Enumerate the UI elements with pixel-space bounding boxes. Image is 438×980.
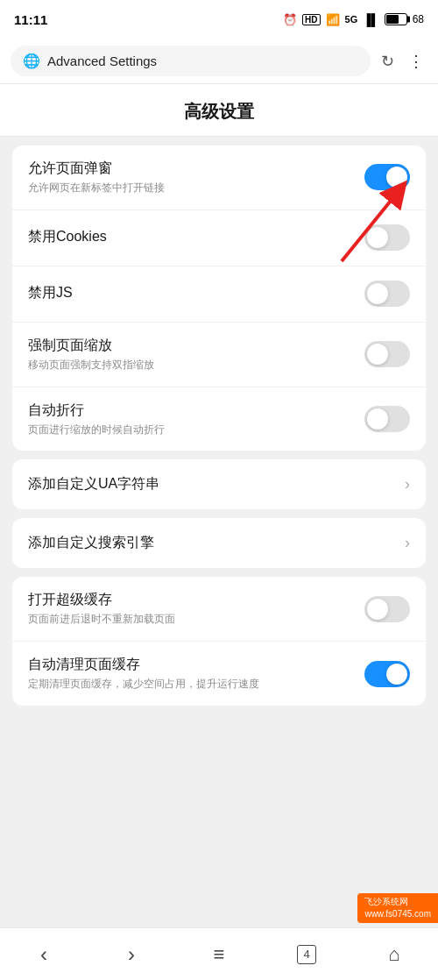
custom-ua-item[interactable]: 添加自定义UA字符串 › <box>12 459 426 509</box>
setting-item-popup: 允许页面弹窗 允许网页在新标签中打开链接 <box>12 146 426 210</box>
bottom-navigation: ‹ › ≡ 4 ⌂ <box>0 927 438 980</box>
tabs-button[interactable]: 4 <box>286 934 328 976</box>
battery-indicator <box>385 13 407 25</box>
setting-item-clearcache: 自动清理页面缓存 定期清理页面缓存，减少空间占用，提升运行速度 <box>12 642 426 706</box>
cache-subtitle: 页面前进后退时不重新加载页面 <box>28 612 354 627</box>
menu-icon: ≡ <box>214 943 225 966</box>
zoom-subtitle: 移动页面强制支持双指缩放 <box>28 358 354 373</box>
setting-item-cookies: 禁用Cookies <box>12 210 426 266</box>
settings-group-1: 允许页面弹窗 允许网页在新标签中打开链接 禁用Cookies 禁用JS <box>12 146 426 451</box>
wrap-subtitle: 页面进行缩放的时候自动折行 <box>28 423 354 437</box>
popup-subtitle: 允许网页在新标签中打开链接 <box>28 181 354 195</box>
globe-icon: 🌐 <box>23 53 40 69</box>
setting-item-zoom: 强制页面缩放 移动页面强制支持双指缩放 <box>12 323 426 387</box>
popup-text: 允许页面弹窗 允许网页在新标签中打开链接 <box>28 160 364 195</box>
back-button[interactable]: ‹ <box>23 934 65 976</box>
cookies-toggle[interactable] <box>364 224 410 251</box>
zoom-toggle[interactable] <box>364 341 410 367</box>
js-toggle[interactable] <box>364 281 410 307</box>
js-title: 禁用JS <box>28 284 354 302</box>
main-content: 允许页面弹窗 允许网页在新标签中打开链接 禁用Cookies 禁用JS <box>0 146 438 785</box>
more-button[interactable]: ⋮ <box>405 48 427 75</box>
cache-title: 打开超级缓存 <box>28 591 354 609</box>
wifi-icon: 📶 <box>326 13 340 26</box>
page-title-bar: 高级设置 <box>0 84 438 137</box>
clearcache-toggle[interactable] <box>364 661 410 687</box>
tabs-icon: 4 <box>297 945 316 964</box>
signal-5g: 5G <box>345 14 358 25</box>
setting-item-cache: 打开超级缓存 页面前进后退时不重新加载页面 <box>12 577 426 642</box>
address-bar: 🌐 Advanced Settings ↻ ⋮ <box>0 39 438 84</box>
page-title: 高级设置 <box>184 102 254 121</box>
status-time: 11:11 <box>14 12 47 27</box>
wrap-text: 自动折行 页面进行缩放的时候自动折行 <box>28 401 364 437</box>
popup-toggle[interactable] <box>364 164 410 190</box>
back-icon: ‹ <box>40 942 47 967</box>
cookies-title: 禁用Cookies <box>28 228 354 246</box>
wrap-title: 自动折行 <box>28 401 354 420</box>
custom-search-label: 添加自定义搜索引擎 <box>28 534 154 552</box>
popup-title: 允许页面弹窗 <box>28 160 354 178</box>
menu-button[interactable]: ≡ <box>198 934 240 976</box>
settings-group-2: 打开超级缓存 页面前进后退时不重新加载页面 自动清理页面缓存 定期清理页面缓存，… <box>12 577 426 706</box>
status-icons: ⏰ HD 📶 5G ▐▌ 68 <box>283 13 424 26</box>
js-text: 禁用JS <box>28 284 364 304</box>
forward-icon: › <box>128 942 135 967</box>
clearcache-text: 自动清理页面缓存 定期清理页面缓存，减少空间占用，提升运行速度 <box>28 656 364 692</box>
setting-item-wrap: 自动折行 页面进行缩放的时候自动折行 <box>12 387 426 451</box>
clearcache-subtitle: 定期清理页面缓存，减少空间占用，提升运行速度 <box>28 677 354 692</box>
chevron-right-icon-2: › <box>405 534 410 552</box>
zoom-title: 强制页面缩放 <box>28 337 354 355</box>
hd-badge: HD <box>302 14 320 25</box>
battery-percent: 68 <box>413 13 424 25</box>
forward-button[interactable]: › <box>110 934 152 976</box>
wrap-toggle[interactable] <box>364 406 410 432</box>
cache-toggle[interactable] <box>364 596 410 622</box>
custom-search-item[interactable]: 添加自定义搜索引擎 › <box>12 518 426 568</box>
watermark: 飞沙系统网www.fs0745.com <box>357 893 438 923</box>
chevron-right-icon: › <box>405 475 410 494</box>
setting-item-js: 禁用JS <box>12 266 426 323</box>
home-icon: ⌂ <box>388 943 399 966</box>
zoom-text: 强制页面缩放 移动页面强制支持双指缩放 <box>28 337 364 373</box>
cookies-text: 禁用Cookies <box>28 228 364 248</box>
status-bar: 11:11 ⏰ HD 📶 5G ▐▌ 68 <box>0 0 438 39</box>
signal-bars: ▐▌ <box>363 13 378 26</box>
home-button[interactable]: ⌂ <box>373 934 415 976</box>
address-field[interactable]: 🌐 Advanced Settings <box>11 46 371 76</box>
clearcache-title: 自动清理页面缓存 <box>28 656 354 674</box>
cache-text: 打开超级缓存 页面前进后退时不重新加载页面 <box>28 591 364 627</box>
address-text: Advanced Settings <box>47 53 157 68</box>
alarm-icon: ⏰ <box>283 13 297 26</box>
custom-ua-label: 添加自定义UA字符串 <box>28 475 159 494</box>
refresh-button[interactable]: ↻ <box>378 48 398 75</box>
